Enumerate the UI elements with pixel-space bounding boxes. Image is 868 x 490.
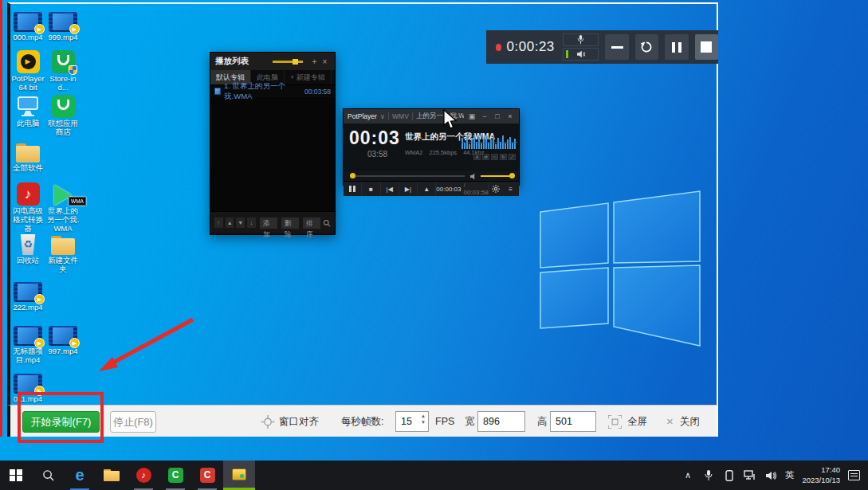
taskbar-explorer[interactable] — [96, 461, 128, 490]
window-align-button[interactable]: 窗口对齐 — [279, 406, 319, 437]
minimize-icon[interactable]: − — [480, 112, 489, 120]
desktop-icon-untitled-project[interactable]: ▶ 无标题项目.mp4 — [10, 320, 46, 365]
app-menu[interactable]: PotPlayer — [348, 112, 377, 120]
start-recording-button[interactable]: 开始录制(F7) — [22, 411, 100, 433]
opacity-slider[interactable] — [273, 61, 303, 63]
panel-button[interactable]: ▭ — [491, 154, 498, 160]
miniplayer-titlebar[interactable]: PotPlayer ∨ WMV 上的另一个我.WMA ▣ − □ × — [344, 109, 519, 123]
minimize-button[interactable] — [605, 34, 628, 60]
desktop-icon-this-pc[interactable]: 此电脑 — [10, 92, 46, 128]
potplayer-mini-window: PotPlayer ∨ WMV 上的另一个我.WMA ▣ − □ × 00:03… — [343, 108, 520, 186]
clock-date: 2023/10/13 — [802, 476, 840, 484]
tray-volume-icon[interactable] — [764, 471, 777, 480]
search-icon[interactable] — [323, 218, 331, 228]
start-button[interactable] — [0, 461, 32, 490]
desktop-icon-all-software[interactable]: 全部软件 — [10, 137, 46, 173]
playlist-empty-area — [210, 97, 335, 211]
menu-button[interactable]: ≡ — [502, 182, 519, 196]
action-center-icon[interactable] — [848, 470, 860, 480]
stop-recording-button[interactable] — [695, 34, 718, 60]
settings-button[interactable] — [489, 182, 503, 196]
height-input[interactable]: 501 — [550, 411, 596, 432]
desktop-icon-000mp4[interactable]: ▶ 000.mp4 — [10, 6, 46, 42]
taskbar: e ♪ C C ∧ 英 17:40 2023/10/13 — [0, 461, 868, 490]
desktop-icon-999mp4[interactable]: ▶ 999.mp4 — [45, 6, 81, 42]
tray-network-icon[interactable] — [744, 470, 756, 480]
taskbar-recorder-active[interactable] — [223, 461, 255, 490]
desktop-icon-new-folder[interactable]: 新建文件夹 — [45, 229, 81, 274]
desktop-icon-recycle-bin[interactable]: ♻ 回收站 — [10, 229, 46, 265]
sort-button[interactable]: 排序 — [303, 218, 320, 229]
close-icon[interactable]: × — [505, 112, 515, 120]
volume-bar[interactable] — [481, 175, 513, 177]
previous-button[interactable]: |◀ — [381, 182, 399, 196]
move-up-button[interactable]: ▲ — [226, 218, 234, 228]
desktop-icon-potplayer[interactable]: ▶ PotPlayer 64 bit — [10, 48, 46, 92]
close-icon: × — [666, 406, 674, 437]
tray-phone-icon[interactable] — [723, 470, 736, 481]
width-label: 宽 — [465, 406, 475, 437]
repeat-button[interactable]: ↻ — [500, 154, 507, 160]
taskbar-edge[interactable]: e — [64, 461, 96, 490]
slider-knob[interactable] — [293, 59, 298, 65]
taskbar-red-app[interactable]: C — [191, 461, 223, 490]
next-button[interactable]: ▶| — [399, 182, 418, 196]
fps-stepper[interactable]: ▲▼ — [421, 414, 426, 425]
arrow-down-icon: ▼ — [421, 420, 426, 425]
resize-button[interactable]: ⤢ — [509, 154, 516, 160]
desktop-icon-222mp4[interactable]: ▶ 222.mp4 — [10, 276, 46, 312]
shuffle-button[interactable]: ⇄ — [482, 154, 489, 160]
recording-dot-icon — [496, 44, 501, 51]
pin-icon[interactable]: + — [309, 57, 320, 66]
taskbar-green-app[interactable]: C — [159, 461, 191, 490]
taskbar-search-button[interactable] — [32, 461, 64, 490]
play-badge-icon: ▶ — [69, 24, 80, 34]
move-bottom-button[interactable]: ↓ — [247, 218, 256, 228]
panel-icon[interactable]: ▣ — [467, 112, 477, 120]
spectrum-visualizer — [461, 128, 517, 149]
ab-repeat-button[interactable]: A — [473, 154, 481, 160]
video-file-icon: ▶ — [10, 320, 46, 346]
add-button[interactable]: 添加 — [260, 218, 277, 229]
taskbar-music-converter[interactable]: ♪ — [128, 461, 159, 490]
maximize-icon[interactable]: □ — [493, 112, 502, 120]
close-icon[interactable]: × — [320, 57, 330, 66]
desktop-icon-011mp4[interactable]: ▶ 011.mp4 — [10, 368, 46, 404]
tray-expand-chevron[interactable]: ∧ — [681, 470, 694, 480]
pause-button[interactable] — [344, 182, 362, 196]
codec: WMA2 — [405, 149, 423, 156]
desktop-icon-997mp4[interactable]: ▶ 997.mp4 — [45, 320, 81, 356]
volume-knob[interactable] — [509, 173, 515, 178]
fps-input[interactable]: 15 — [401, 416, 412, 427]
input-language-indicator[interactable]: 英 — [785, 469, 795, 481]
playlist-titlebar[interactable]: 播放列表 + × — [210, 53, 335, 70]
restart-recording-button[interactable] — [635, 34, 658, 60]
chevron-down-icon[interactable]: ∨ — [380, 112, 385, 120]
close-button[interactable]: 关闭 — [680, 406, 700, 437]
playlist-item[interactable]: 1. 世界上的另一个我.WMA 00:03:58 — [210, 85, 335, 97]
taskbar-clock[interactable]: 17:40 2023/10/13 — [802, 465, 840, 485]
eject-button[interactable]: ▲ — [418, 182, 436, 196]
seek-bar[interactable] — [355, 175, 465, 177]
pause-recording-button[interactable] — [665, 34, 688, 60]
fullscreen-button[interactable]: 全屏 — [627, 406, 647, 437]
desktop-icon-wma-file[interactable]: WMA 世界上的另一个我.WMA — [45, 180, 81, 233]
tray-microphone-icon[interactable] — [702, 470, 715, 481]
desktop-icon-store[interactable]: Store-ind... — [45, 48, 81, 92]
width-input[interactable]: 896 — [477, 411, 525, 432]
stop-button[interactable]: ■ — [362, 182, 380, 196]
play-badge-icon: ▶ — [34, 24, 45, 34]
move-top-button[interactable]: ↑ — [214, 218, 223, 228]
annotation-arrow — [88, 313, 203, 383]
speaker-toggle-button[interactable] — [563, 48, 599, 61]
desktop-icon-converter[interactable]: ♪ 闪电高级格式转换器 — [10, 180, 46, 233]
stop-recording-button[interactable]: 停止(F8) — [110, 411, 156, 433]
seek-knob[interactable] — [350, 173, 355, 178]
playlist-item-duration: 00:03:58 — [304, 88, 331, 96]
mic-toggle-button[interactable] — [563, 33, 599, 46]
remove-button[interactable]: 删除 — [281, 218, 299, 229]
move-down-button[interactable]: ▼ — [236, 218, 245, 228]
desktop-icon-lenovo-store[interactable]: 联想应用商店 — [45, 92, 81, 137]
volume-icon[interactable] — [469, 173, 478, 180]
total-time: 03:58 — [367, 150, 387, 159]
